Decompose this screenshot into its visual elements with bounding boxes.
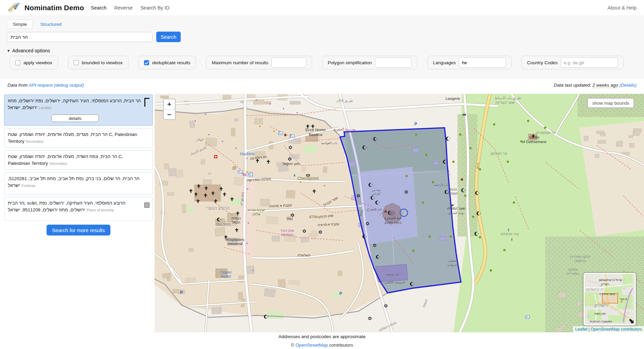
svg-text:השלשלת: השלשלת xyxy=(298,254,310,257)
svg-text:قبة المعراج: قبة المعراج xyxy=(366,207,382,211)
nav-search[interactable]: Search xyxy=(91,5,107,11)
svg-text:المسجد الاقصى: المسجد الاقصى xyxy=(384,280,405,284)
polygon-simplification-input[interactable] xyxy=(375,57,412,68)
svg-text:חלקה ספרדית: חלקה ספרדית xyxy=(570,255,590,259)
search-button[interactable]: Search xyxy=(156,32,181,42)
map-canvas[interactable]: PPP@Lavigerieطريق الآلامطريق باب الأسباط… xyxy=(155,94,644,332)
navbar: Nominatim Demo Search Reverse Search By … xyxy=(0,0,644,16)
svg-text:ימין משה: ימין משה xyxy=(594,312,606,315)
svg-text:הר הזיתים: הר הזיתים xyxy=(491,152,507,156)
debug-output-link[interactable]: (debug output) xyxy=(54,83,84,88)
data-updated-line: Data last updated: 2 weeks ago (Details) xyxy=(554,83,637,88)
svg-text:ATM: ATM xyxy=(309,215,317,219)
zoom-out-button[interactable]: − xyxy=(164,109,175,119)
svg-text:שוק העיר: שוק העיר xyxy=(280,228,294,232)
result-item[interactable]: הר הבית, הרובע המוסלמי, העיר העתיקה, ירו… xyxy=(4,94,153,126)
svg-text:قبة يوسف: قبة يوسف xyxy=(386,273,399,276)
option-apply-viewbox: apply viewbox xyxy=(10,56,58,69)
svg-text:חזון יחזקאל: חזון יחזקאל xyxy=(283,162,300,166)
minimap[interactable]: שייח' ג'ראח/שמעוןהצדיקירושליםבאב א-זהרהא… xyxy=(584,273,636,326)
svg-text:باب الرحمة: باب الرحمة xyxy=(434,183,449,187)
svg-text:המושבה הגרמנית: המושבה הגרמנית xyxy=(590,320,612,322)
result-worship-icon xyxy=(144,203,149,208)
max-results-input[interactable] xyxy=(271,57,306,68)
result-title: הר הבית, הרובע המוסלמי, העיר העתיקה, ירו… xyxy=(8,98,141,110)
svg-text:Basilica: Basilica xyxy=(309,133,322,137)
search-more-button[interactable]: Search for more results xyxy=(47,225,110,235)
advanced-options-row: apply viewbox bounded to viewbox dedupli… xyxy=(7,56,637,69)
option-country-codes: Country Codes xyxy=(521,56,624,69)
svg-text:أقراص: أقراص xyxy=(372,192,380,195)
country-codes-input[interactable] xyxy=(561,57,618,68)
svg-text:طريق باب الأسباط: طريق باب الأسباط xyxy=(495,96,521,100)
details-button[interactable]: details xyxy=(51,115,99,122)
svg-text:Hashimi: Hashimi xyxy=(240,152,254,156)
nav-about-help[interactable]: About & Help xyxy=(608,5,637,11)
results-list: הר הבית, הרובע המוסלמי, העיר העתיקה, ירו… xyxy=(4,94,153,235)
minimap-tiles: שייח' ג'ראח/שמעוןהצדיקירושליםבאב א-זהרהא… xyxy=(585,274,633,322)
svg-text:memorial: memorial xyxy=(228,242,242,246)
svg-text:Hospitallers: Hospitallers xyxy=(226,238,245,242)
svg-text:כנסיית: כנסיית xyxy=(231,216,241,220)
bounded-to-viewbox-checkbox[interactable] xyxy=(74,60,79,65)
openstreetmap-link[interactable]: OpenStreetMap xyxy=(296,343,328,348)
svg-text:העתיקה: העתיקה xyxy=(281,232,293,237)
svg-text:باب الغوانمة: باب الغوانمة xyxy=(321,141,337,145)
svg-text:المرواني: المرواني xyxy=(447,263,459,266)
app-title: Nominatim Demo xyxy=(24,4,84,12)
search-input[interactable] xyxy=(7,32,153,42)
svg-text:Hostel: Hostel xyxy=(221,274,231,278)
svg-text:الهلال: الهلال xyxy=(196,138,203,141)
svg-text:בוראקה: בוראקה xyxy=(575,259,586,263)
svg-text:אליהו: אליהו xyxy=(253,212,261,216)
deduplicate-checkbox[interactable] xyxy=(144,60,149,65)
api-request-link[interactable]: API request xyxy=(29,83,53,88)
updated-timestamp: 2 weeks ago xyxy=(592,83,618,88)
map-zoom-control: + − xyxy=(163,99,176,120)
svg-text:הגואל: הגואל xyxy=(232,221,240,224)
option-max-results: Maximum number of results xyxy=(206,56,312,69)
nav-reverse[interactable]: Reverse xyxy=(114,5,132,11)
page-footer: © OpenStreetMap contributors xyxy=(0,343,644,348)
minimap-toggle[interactable] xyxy=(628,318,634,324)
svg-text:יריחו: יריחו xyxy=(476,162,480,169)
details-link[interactable]: (Details) xyxy=(620,83,637,88)
triangle-down-icon: ▼ xyxy=(7,49,10,53)
apply-viewbox-checkbox[interactable] xyxy=(15,60,20,65)
osm-attrib-link[interactable]: OpenStreetMap contributors xyxy=(591,327,642,332)
result-item[interactable]: הר הבית, scări, הרובע המוסלמי, העיר העתי… xyxy=(4,197,153,221)
svg-text:Checkpoint: Checkpoint xyxy=(298,176,319,181)
svg-text:שייח' ג'ראח/שמעון: שייח' ג'ראח/שמעון xyxy=(599,278,622,282)
search-row: Search xyxy=(7,32,637,42)
languages-input[interactable] xyxy=(459,57,506,68)
result-item[interactable]: הר הבית, מגדים, מעלה אדומים, יהודה ושומר… xyxy=(4,128,153,148)
svg-text:قبة من: قبة من xyxy=(372,188,380,192)
minimap-toggle-arrow-icon xyxy=(628,318,634,324)
show-map-bounds-button[interactable]: show map bounds xyxy=(587,98,634,108)
tab-structured[interactable]: Structured xyxy=(35,20,67,29)
search-panel: Simple Structured Search ▼Advanced optio… xyxy=(0,16,644,78)
svg-text:المصلى: المصلى xyxy=(448,259,458,262)
result-type: Secondary xyxy=(26,139,44,143)
option-bounded-to-viewbox: bounded to viewbox xyxy=(68,56,128,69)
result-item[interactable]: הר הבית, צמח השדה, מעלה אדומים, יהודה וש… xyxy=(4,150,153,170)
svg-text:بوابة الشرق: بوابة الشرق xyxy=(448,211,464,215)
svg-text:החלקה: החלקה xyxy=(568,268,578,272)
svg-text:באב א-זהרה: באב א-זהרה xyxy=(599,292,615,296)
svg-text:קבר אבשלום: קבר אבשלום xyxy=(501,232,519,236)
option-deduplicate: deduplicate results xyxy=(138,56,196,69)
svg-text:ירושלים: ירושלים xyxy=(594,303,609,308)
result-item[interactable]: הר הבית, הר שלום, בני ברק, נפת תל אביב, … xyxy=(4,172,153,194)
advanced-options-toggle[interactable]: ▼Advanced options xyxy=(7,48,637,53)
nav-search-by-id[interactable]: Search By ID xyxy=(140,5,169,11)
svg-text:P: P xyxy=(339,291,342,296)
result-type: Place of worship xyxy=(87,208,114,212)
tab-simple[interactable]: Simple xyxy=(7,20,33,29)
zoom-in-button[interactable]: + xyxy=(164,99,175,109)
svg-text:Lavigerie: Lavigerie xyxy=(446,97,460,101)
option-languages: Languages xyxy=(427,56,512,69)
leaflet-link[interactable]: Leaflet xyxy=(575,327,587,332)
svg-text:طريق الآلام: طريق الآلام xyxy=(337,99,353,103)
data-from-line: Data from API request (debug output) xyxy=(7,83,84,88)
svg-text:בית חב״ד: בית חב״ד xyxy=(240,192,245,206)
